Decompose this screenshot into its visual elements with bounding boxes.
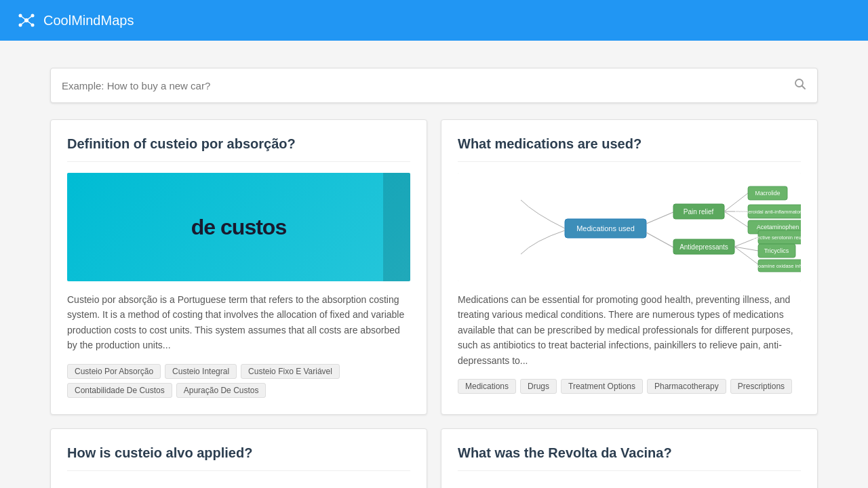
- cards-grid: Definition of custeio por absorção? de c…: [50, 119, 818, 488]
- svg-text:Selective serotonin reuptake i: Selective serotonin reuptake inhibitors …: [749, 235, 801, 241]
- search-bar: [50, 68, 818, 103]
- header: CoolMindMaps: [0, 0, 868, 41]
- svg-text:Medications used: Medications used: [576, 224, 635, 232]
- svg-line-7: [20, 20, 26, 25]
- custeio-img-text: de custos: [191, 215, 286, 240]
- tag-pharmacotherapy[interactable]: Pharmacotherapy: [647, 379, 726, 394]
- logo-icon: [16, 10, 37, 30]
- svg-text:Antidepressants: Antidepressants: [679, 243, 728, 251]
- card-medications-image: Medications used Pain relief Macrolide N…: [458, 173, 801, 281]
- card-revolta: What was the Revolta da Vacina?: [441, 428, 818, 488]
- svg-text:Monoamine oxidase inhibitors (: Monoamine oxidase inhibitors (MAOIs): [748, 263, 801, 269]
- svg-line-34: [734, 247, 758, 264]
- logo-text: CoolMindMaps: [43, 13, 134, 28]
- search-input[interactable]: [62, 80, 794, 92]
- tag-drugs[interactable]: Drugs: [520, 379, 557, 394]
- card-medications-tags: Medications Drugs Treatment Options Phar…: [458, 379, 801, 394]
- card-custeio-title: Definition of custeio por absorção?: [67, 136, 410, 162]
- svg-line-5: [20, 16, 26, 20]
- svg-line-8: [26, 20, 33, 25]
- tag-contabilidade[interactable]: Contabilidade De Custos: [67, 383, 172, 398]
- mindmap-svg: Medications used Pain relief Macrolide N…: [458, 173, 801, 281]
- svg-text:Pain relief: Pain relief: [684, 208, 714, 216]
- svg-text:Acetaminophen: Acetaminophen: [757, 224, 800, 230]
- svg-text:Tricyclics: Tricyclics: [764, 247, 789, 254]
- svg-text:Macrolide: Macrolide: [755, 190, 781, 197]
- svg-line-6: [26, 16, 33, 20]
- tag-custeio-integral[interactable]: Custeio Integral: [165, 364, 237, 379]
- svg-line-31: [734, 247, 758, 251]
- card-custeio-description: Custeio por absorção is a Portuguese ter…: [67, 292, 410, 353]
- custeio-photo: de custos: [67, 173, 410, 281]
- tag-apuracao[interactable]: Apuração De Custos: [176, 383, 267, 398]
- card-custeio-tags: Custeio Por Absorção Custeio Integral Cu…: [67, 364, 410, 398]
- card-medications-description: Medications can be essential for promoti…: [458, 292, 801, 368]
- custeio-img-overlay: [383, 173, 410, 281]
- tag-treatment-options[interactable]: Treatment Options: [561, 379, 643, 394]
- svg-text:Nonsteroidal anti-inflammatory: Nonsteroidal anti-inflammatory drugs (NS…: [735, 209, 801, 215]
- tag-medications[interactable]: Medications: [458, 379, 516, 394]
- tag-custeio-fixo[interactable]: Custeio Fixo E Variável: [241, 364, 340, 379]
- svg-line-25: [646, 232, 673, 247]
- main-content: Definition of custeio por absorção? de c…: [34, 41, 834, 488]
- card-revolta-title: What was the Revolta da Vacina?: [458, 445, 801, 471]
- card-custeio-alvo: How is custeio alvo applied?: [50, 428, 427, 488]
- logo-link[interactable]: CoolMindMaps: [16, 10, 134, 30]
- card-custeio-image: de custos: [67, 173, 410, 281]
- card-medications-title: What medications are used?: [458, 136, 801, 162]
- svg-line-10: [802, 86, 806, 89]
- card-medications: What medications are used? Medications u…: [441, 119, 818, 415]
- tag-prescriptions[interactable]: Prescriptions: [730, 379, 792, 394]
- tag-custeio-por-absorcao[interactable]: Custeio Por Absorção: [67, 364, 161, 379]
- svg-line-13: [646, 212, 673, 224]
- card-custeio-alvo-title: How is custeio alvo applied?: [67, 445, 410, 471]
- search-icon: [794, 78, 806, 93]
- card-custeio: Definition of custeio por absorção? de c…: [50, 119, 427, 415]
